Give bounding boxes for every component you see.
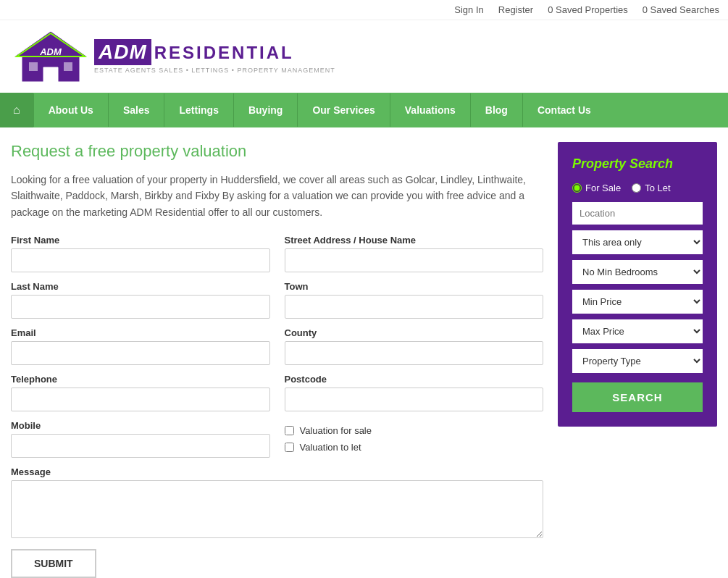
saved-properties-link[interactable]: 0 Saved Properties <box>548 4 628 15</box>
for-sale-label: For Sale <box>585 183 621 193</box>
main-nav: ⌂ About Us Sales Lettings Buying Our Ser… <box>0 93 728 127</box>
nav-about-us[interactable]: About Us <box>33 93 108 127</box>
valuation-let-checkbox[interactable] <box>285 443 294 452</box>
bedrooms-select[interactable]: No Min Bedrooms 1 2 3 4 5+ <box>572 260 703 284</box>
nav-lettings[interactable]: Lettings <box>164 93 233 127</box>
nav-blog[interactable]: Blog <box>470 93 522 127</box>
left-content: Request a free property valuation Lookin… <box>11 142 543 578</box>
street-address-label: Street Address / House Name <box>285 235 544 246</box>
saved-searches-link[interactable]: 0 Saved Searches <box>643 4 719 15</box>
mobile-input[interactable] <box>11 434 270 458</box>
postcode-input[interactable] <box>285 388 544 411</box>
first-name-group: First Name <box>11 235 270 272</box>
telephone-group: Telephone <box>11 374 270 411</box>
town-input[interactable] <box>285 295 544 319</box>
logo-residential: RESIDENTIAL <box>154 43 294 63</box>
town-label: Town <box>285 281 544 292</box>
telephone-input[interactable] <box>11 388 270 411</box>
valuation-sale-checkbox[interactable] <box>285 426 294 435</box>
valuation-form: First Name Street Address / House Name L… <box>11 235 543 578</box>
email-label: Email <box>11 327 270 338</box>
logo-icon: ADM <box>11 28 91 85</box>
telephone-label: Telephone <box>11 374 270 385</box>
signin-link[interactable]: Sign In <box>454 4 483 15</box>
property-search-panel: Property Search For Sale To Let This are… <box>558 142 717 427</box>
county-label: County <box>285 327 544 338</box>
for-sale-option[interactable]: For Sale <box>572 183 621 193</box>
search-button[interactable]: SEARCH <box>572 382 703 412</box>
nav-sales[interactable]: Sales <box>108 93 164 127</box>
property-search-title: Property Search <box>572 156 703 172</box>
max-price-select[interactable]: Max Price £100,000 £150,000 £200,000 £30… <box>572 319 703 343</box>
property-type-select[interactable]: Property Type House Flat Bungalow Land <box>572 349 703 373</box>
logo[interactable]: ADM ADM RESIDENTIAL ESTATE AGENTS SALES … <box>11 28 335 85</box>
nav-buying[interactable]: Buying <box>233 93 297 127</box>
submit-button[interactable]: SUBMIT <box>11 549 96 578</box>
header: ADM ADM RESIDENTIAL ESTATE AGENTS SALES … <box>0 20 728 93</box>
county-group: County <box>285 327 544 365</box>
logo-text: ADM RESIDENTIAL ESTATE AGENTS SALES • LE… <box>94 39 335 74</box>
form-grid: First Name Street Address / House Name L… <box>11 235 543 538</box>
message-label: Message <box>11 466 543 477</box>
postcode-label: Postcode <box>285 374 544 385</box>
mobile-group: Mobile <box>11 420 270 458</box>
for-sale-radio[interactable] <box>572 183 582 193</box>
message-textarea[interactable] <box>11 480 543 538</box>
last-name-group: Last Name <box>11 281 270 319</box>
email-input[interactable] <box>11 341 270 365</box>
county-input[interactable] <box>285 341 544 365</box>
top-bar: Sign In Register 0 Saved Properties 0 Sa… <box>0 0 728 20</box>
to-let-option[interactable]: To Let <box>632 183 670 193</box>
to-let-label: To Let <box>645 183 670 193</box>
valuation-let-option[interactable]: Valuation to let <box>285 442 544 453</box>
min-price-select[interactable]: Min Price £50,000 £100,000 £150,000 £200… <box>572 290 703 314</box>
mobile-label: Mobile <box>11 420 270 431</box>
street-address-input[interactable] <box>285 248 544 272</box>
sale-let-radio-group: For Sale To Let <box>572 183 703 193</box>
last-name-label: Last Name <box>11 281 270 292</box>
valuation-sale-option[interactable]: Valuation for sale <box>285 425 544 436</box>
nav-home-button[interactable]: ⌂ <box>0 93 33 127</box>
svg-text:ADM: ADM <box>39 46 62 57</box>
to-let-radio[interactable] <box>632 183 641 193</box>
valuation-let-label: Valuation to let <box>300 442 361 453</box>
svg-rect-4 <box>64 62 72 71</box>
last-name-input[interactable] <box>11 295 270 319</box>
nav-contact-us[interactable]: Contact Us <box>522 93 606 127</box>
page-description: Looking for a free valuation of your pro… <box>11 172 543 220</box>
register-link[interactable]: Register <box>498 4 533 15</box>
logo-tagline: ESTATE AGENTS SALES • LETTINGS • PROPERT… <box>94 67 335 74</box>
logo-adm: ADM <box>94 39 151 65</box>
postcode-group: Postcode <box>285 374 544 411</box>
valuation-type-group: Valuation for sale Valuation to let <box>285 420 544 458</box>
nav-valuations[interactable]: Valuations <box>390 93 470 127</box>
town-group: Town <box>285 281 544 319</box>
message-group: Message <box>11 466 543 538</box>
page-title: Request a free property valuation <box>11 142 543 161</box>
main-content: Request a free property valuation Lookin… <box>0 127 728 578</box>
svg-rect-3 <box>29 62 38 71</box>
valuation-sale-label: Valuation for sale <box>300 425 372 436</box>
area-select[interactable]: This area only Nearby areas Everywhere <box>572 230 703 254</box>
street-address-group: Street Address / House Name <box>285 235 544 272</box>
first-name-input[interactable] <box>11 248 270 272</box>
nav-our-services[interactable]: Our Services <box>297 93 389 127</box>
email-group: Email <box>11 327 270 365</box>
first-name-label: First Name <box>11 235 270 246</box>
location-input[interactable] <box>572 202 703 225</box>
